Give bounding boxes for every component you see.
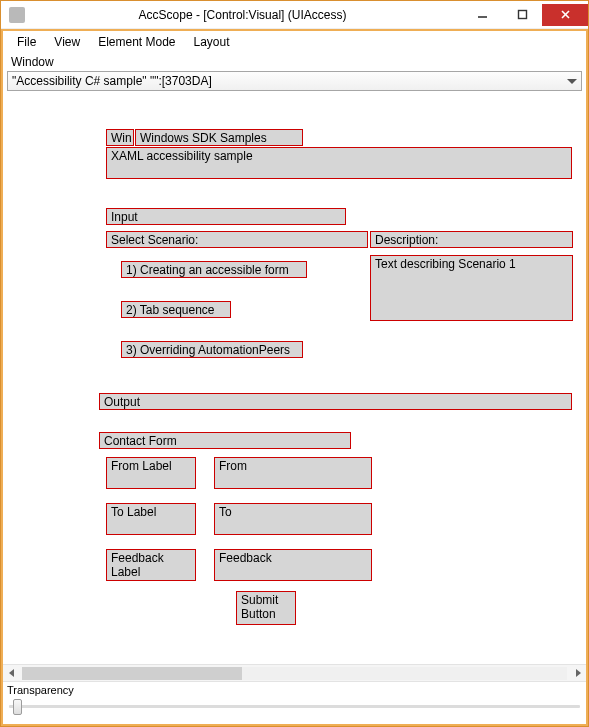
app-window: AccScope - [Control:Visual] (UIAccess) F… <box>0 0 589 727</box>
node-contact-form[interactable]: Contact Form <box>99 432 351 449</box>
node-xaml-sample[interactable]: XAML accessibility sample <box>106 147 572 179</box>
svg-marker-4 <box>9 669 14 677</box>
transparency-label: Transparency <box>3 681 586 696</box>
node-description[interactable]: Description: <box>370 231 573 248</box>
minimize-button[interactable] <box>462 4 502 26</box>
app-icon <box>9 7 25 23</box>
selector-row: "Accessibility C# sample" "":[3703DA] <box>3 69 586 95</box>
title-bar: AccScope - [Control:Visual] (UIAccess) <box>1 1 588 29</box>
client-area: File View Element Mode Layout Window "Ac… <box>1 29 588 726</box>
scroll-thumb[interactable] <box>22 667 242 680</box>
close-icon <box>560 9 571 20</box>
node-scenario-3[interactable]: 3) Overriding AutomationPeers <box>121 341 303 358</box>
selector-label: Window <box>3 53 586 69</box>
window-selector-dropdown[interactable]: "Accessibility C# sample" "":[3703DA] <box>7 71 582 91</box>
node-win[interactable]: Win <box>106 129 134 146</box>
window-selector-value: "Accessibility C# sample" "":[3703DA] <box>12 74 212 88</box>
node-submit-button[interactable]: Submit Button <box>236 591 296 625</box>
scroll-left-button[interactable] <box>3 665 20 682</box>
chevron-right-icon <box>574 669 582 677</box>
menu-layout[interactable]: Layout <box>194 35 230 49</box>
node-scenario-2[interactable]: 2) Tab sequence <box>121 301 231 318</box>
window-controls <box>462 4 588 26</box>
node-feedback-label[interactable]: Feedback Label <box>106 549 196 581</box>
minimize-icon <box>477 9 488 20</box>
node-input[interactable]: Input <box>106 208 346 225</box>
visual-canvas[interactable]: Win Windows SDK Samples XAML accessibili… <box>3 95 586 664</box>
menu-file[interactable]: File <box>17 35 36 49</box>
chevron-left-icon <box>8 669 16 677</box>
menu-element-mode[interactable]: Element Mode <box>98 35 175 49</box>
scroll-track[interactable] <box>22 667 567 680</box>
slider-track <box>9 705 580 708</box>
svg-marker-5 <box>576 669 581 677</box>
svg-rect-1 <box>518 11 526 19</box>
node-to-label[interactable]: To Label <box>106 503 196 535</box>
node-description-text[interactable]: Text describing Scenario 1 <box>370 255 573 321</box>
window-title: AccScope - [Control:Visual] (UIAccess) <box>31 8 454 22</box>
scroll-right-button[interactable] <box>569 665 586 682</box>
chevron-down-icon <box>567 79 577 84</box>
transparency-slider[interactable] <box>9 696 580 716</box>
close-button[interactable] <box>542 4 588 26</box>
node-to[interactable]: To <box>214 503 372 535</box>
node-scenario-1[interactable]: 1) Creating an accessible form <box>121 261 307 278</box>
node-windows-sdk-samples[interactable]: Windows SDK Samples <box>135 129 303 146</box>
node-feedback[interactable]: Feedback <box>214 549 372 581</box>
node-select-scenario[interactable]: Select Scenario: <box>106 231 368 248</box>
slider-thumb[interactable] <box>13 699 22 715</box>
menu-bar: File View Element Mode Layout <box>3 31 586 53</box>
maximize-icon <box>517 9 528 20</box>
transparency-row <box>3 696 586 724</box>
horizontal-scrollbar[interactable] <box>3 664 586 681</box>
menu-view[interactable]: View <box>54 35 80 49</box>
node-from[interactable]: From <box>214 457 372 489</box>
node-from-label[interactable]: From Label <box>106 457 196 489</box>
node-output[interactable]: Output <box>99 393 572 410</box>
maximize-button[interactable] <box>502 4 542 26</box>
